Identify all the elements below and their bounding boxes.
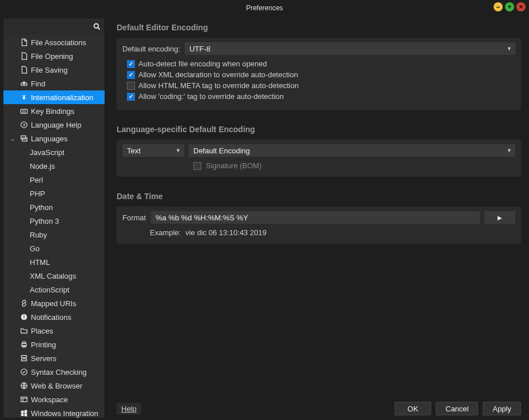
- sidebar-item-key-bindings[interactable]: Key Bindings: [3, 104, 105, 118]
- sidebar-item-syntax-checking[interactable]: Syntax Checking: [3, 365, 105, 379]
- sidebar-item-label: Syntax Checking: [31, 368, 87, 377]
- sidebar-item-mapped-uris[interactable]: Mapped URIs: [3, 296, 105, 310]
- window-title: Preferences: [246, 4, 283, 12]
- sidebar-item-label: Language Help: [31, 121, 81, 129]
- svg-point-3: [25, 83, 27, 86]
- panel-datetime: Format %a %b %d %H:%M:%S %Y ▶ Example: v…: [117, 207, 521, 244]
- sidebar-search[interactable]: [3, 18, 105, 34]
- sidebar-item-places[interactable]: Places: [3, 324, 105, 338]
- ok-button[interactable]: OK: [395, 402, 431, 415]
- section-title-lang-encoding: Language-specific Default Encoding: [117, 125, 521, 134]
- expand-toggle-icon[interactable]: ⌄: [10, 136, 17, 142]
- default-encoding-label: Default encoding:: [122, 45, 180, 53]
- format-input[interactable]: %a %b %d %H:%M:%S %Y: [151, 211, 480, 224]
- sidebar-item-xml-catalogs[interactable]: XML Catalogs: [3, 269, 105, 283]
- sidebar-item-internationalization[interactable]: ¥Internationalization: [3, 90, 105, 104]
- sidebar-item-notifications[interactable]: Notifications: [3, 310, 105, 324]
- sidebar-item-php[interactable]: PHP: [3, 187, 105, 200]
- sidebar-item-label: File Saving: [31, 66, 67, 74]
- svg-rect-5: [21, 109, 27, 113]
- keyboard-icon: [19, 106, 29, 116]
- sidebar-item-file-opening[interactable]: File Opening: [3, 49, 105, 63]
- language-encoding-select[interactable]: Default Encoding ▼: [189, 144, 515, 157]
- sidebar-item-label: ActionScript: [30, 286, 69, 294]
- sidebar-item-file-associations[interactable]: File Associations: [3, 35, 105, 49]
- sidebar-item-label: XML Catalogs: [30, 272, 76, 280]
- sidebar-item-workspace[interactable]: Workspace: [3, 393, 105, 406]
- minimize-button[interactable]: –: [494, 2, 503, 11]
- sidebar-item-label: Python 3: [30, 217, 59, 225]
- server-icon: [19, 354, 29, 363]
- checkbox-bom[interactable]: [193, 162, 201, 170]
- sidebar-item-python-3[interactable]: Python 3: [3, 214, 105, 228]
- sidebar-item-label: Languages: [31, 134, 67, 143]
- checkbox-html-override[interactable]: [127, 82, 135, 90]
- check-icon: [19, 367, 29, 377]
- format-preview-button[interactable]: ▶: [484, 211, 515, 224]
- sidebar-item-javascript[interactable]: JavaScript: [3, 145, 105, 159]
- svg-text:?: ?: [23, 122, 26, 128]
- cancel-button[interactable]: Cancel: [436, 402, 478, 415]
- sidebar-item-language-help[interactable]: ?Language Help: [3, 118, 105, 132]
- sidebar-item-label: Ruby: [30, 231, 47, 239]
- checkbox-autodetect[interactable]: [127, 60, 135, 68]
- sidebar-item-perl[interactable]: Perl: [3, 173, 105, 187]
- window-controls: – + ×: [494, 2, 526, 11]
- yen-icon: ¥: [19, 93, 29, 102]
- file-icon: [19, 51, 29, 61]
- panel-default-encoding: Default encoding: UTF-8 ▼ Auto-detect fi…: [117, 38, 521, 110]
- sidebar-item-label: Servers: [31, 354, 57, 363]
- svg-line-1: [98, 27, 100, 29]
- sidebar-item-label: Printing: [31, 340, 56, 349]
- default-encoding-value: UTF-8: [189, 45, 210, 53]
- sidebar-item-label: PHP: [30, 189, 45, 198]
- sidebar-item-html[interactable]: HTML: [3, 255, 105, 269]
- preferences-sidebar: File AssociationsFile OpeningFile Saving…: [3, 18, 105, 418]
- svg-point-18: [21, 369, 27, 375]
- sidebar-item-languages[interactable]: ⌄Languages: [3, 132, 105, 145]
- sidebar-item-go[interactable]: Go: [3, 241, 105, 255]
- sidebar-item-actionscript[interactable]: ActionScript: [3, 283, 105, 296]
- sidebar-item-label: Find: [31, 80, 45, 88]
- svg-rect-12: [23, 318, 24, 319]
- label-html-override: Allow HTML META tag to override auto-det…: [138, 81, 299, 90]
- sidebar-item-ruby[interactable]: Ruby: [3, 228, 105, 241]
- label-xml-override: Allow XML declaration to override auto-d…: [138, 70, 298, 79]
- windows-icon: [19, 409, 29, 418]
- help-link[interactable]: Help: [117, 403, 141, 415]
- binoculars-icon: [19, 79, 29, 88]
- maximize-button[interactable]: +: [505, 2, 514, 11]
- sidebar-item-printing[interactable]: Printing: [3, 338, 105, 351]
- preferences-tree[interactable]: File AssociationsFile OpeningFile Saving…: [3, 34, 105, 418]
- format-value: %a %b %d %H:%M:%S %Y: [156, 213, 248, 222]
- sidebar-item-label: Places: [31, 327, 53, 335]
- label-autodetect: Auto-detect file encoding when opened: [138, 60, 267, 68]
- language-select[interactable]: Text ▼: [122, 144, 184, 157]
- sidebar-item-python[interactable]: Python: [3, 200, 105, 214]
- default-encoding-combo[interactable]: UTF-8 ▼: [185, 42, 515, 55]
- checkbox-xml-override[interactable]: [127, 71, 135, 79]
- close-button[interactable]: ×: [516, 2, 526, 11]
- svg-rect-11: [23, 315, 24, 318]
- apply-button[interactable]: Apply: [483, 402, 521, 415]
- svg-rect-16: [21, 355, 26, 358]
- langs-icon: [19, 134, 29, 143]
- sidebar-item-servers[interactable]: Servers: [3, 351, 105, 365]
- sidebar-item-label: HTML: [30, 258, 50, 267]
- sidebar-item-label: Perl: [30, 176, 43, 184]
- play-icon: ▶: [498, 215, 502, 221]
- chevron-down-icon: ▼: [507, 46, 512, 51]
- sidebar-item-web-browser[interactable]: Web & Browser: [3, 379, 105, 393]
- sidebar-item-label: JavaScript: [30, 148, 65, 157]
- svg-point-0: [94, 23, 99, 28]
- checkbox-coding-override[interactable]: [127, 93, 135, 101]
- file-link-icon: [19, 38, 29, 47]
- svg-rect-20: [21, 397, 27, 402]
- sidebar-item-node-js[interactable]: Node.js: [3, 159, 105, 173]
- sidebar-item-windows-integration[interactable]: Windows Integration: [3, 406, 105, 418]
- example-label: Example:: [150, 228, 181, 237]
- sidebar-item-label: Notifications: [31, 313, 71, 322]
- sidebar-item-file-saving[interactable]: File Saving: [3, 63, 105, 77]
- sidebar-item-find[interactable]: Find: [3, 77, 105, 90]
- language-select-value: Text: [127, 146, 141, 155]
